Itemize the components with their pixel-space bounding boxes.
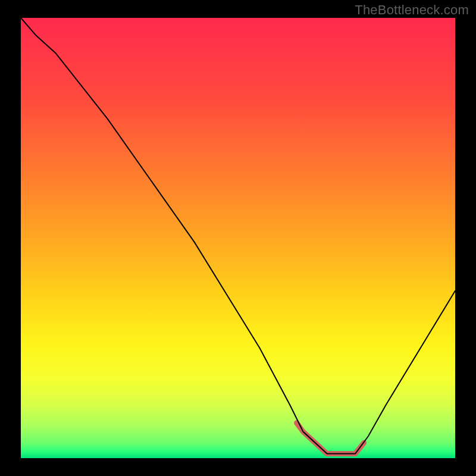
watermark-text: TheBottleneck.com xyxy=(355,2,469,18)
chart-frame: TheBottleneck.com xyxy=(0,0,476,476)
bottleneck-chart xyxy=(0,0,476,476)
gradient-background xyxy=(21,18,455,458)
